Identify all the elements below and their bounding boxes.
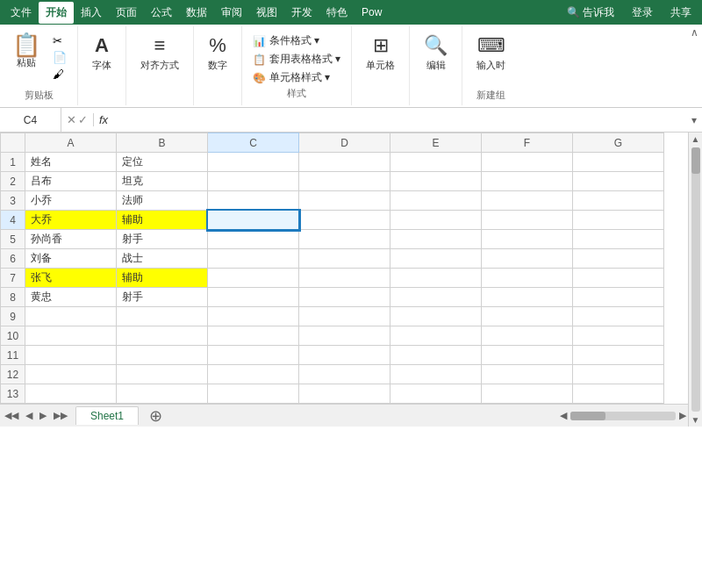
alignment-button[interactable]: ≡ 对齐方式	[133, 30, 186, 75]
row-header-10[interactable]: 10	[1, 326, 25, 346]
row-header-2[interactable]: 2	[1, 172, 25, 191]
formula-input[interactable]	[113, 114, 686, 126]
row-header-9[interactable]: 9	[1, 307, 25, 326]
cell[interactable]	[208, 346, 299, 365]
scroll-down-btn[interactable]: ▼	[690, 413, 702, 427]
cell[interactable]	[390, 307, 482, 326]
copy-button[interactable]: 📄	[49, 50, 70, 65]
cell[interactable]	[299, 384, 390, 404]
add-sheet-button[interactable]: ⊕	[140, 405, 171, 427]
cancel-icon[interactable]: ✕	[67, 113, 76, 126]
cell[interactable]	[390, 326, 482, 346]
menu-formula[interactable]: 公式	[144, 2, 179, 24]
row-header-1[interactable]: 1	[1, 153, 25, 172]
sheet-tab-Sheet1[interactable]: Sheet1	[75, 406, 139, 425]
cell[interactable]	[573, 172, 664, 191]
cell[interactable]	[208, 172, 299, 191]
formula-bar-expand[interactable]: ▾	[686, 114, 702, 126]
menu-special[interactable]: 特色	[319, 2, 355, 24]
cell[interactable]: 小乔	[25, 191, 117, 211]
cell[interactable]: 姓名	[25, 153, 117, 172]
cell[interactable]	[299, 288, 390, 307]
cell[interactable]	[390, 384, 482, 404]
share-btn[interactable]: 共享	[663, 4, 698, 22]
cell[interactable]: 张飞	[25, 269, 117, 288]
paste-button[interactable]: 📋 粘贴	[7, 30, 46, 73]
cell[interactable]	[482, 191, 573, 211]
menu-file[interactable]: 文件	[4, 2, 39, 24]
row-header-13[interactable]: 13	[1, 384, 25, 404]
cell[interactable]: 辅助	[117, 211, 208, 230]
cell[interactable]	[573, 288, 664, 307]
conditional-format-button[interactable]: 📊条件格式 ▾	[249, 32, 344, 50]
cell[interactable]	[482, 269, 573, 288]
cell[interactable]	[573, 191, 664, 211]
input-button[interactable]: ⌨ 输入时	[469, 30, 512, 75]
edit-button[interactable]: 🔍 编辑	[417, 30, 455, 75]
tab-nav-next[interactable]: ▶	[37, 409, 49, 422]
cell[interactable]: 战士	[117, 249, 208, 269]
cell[interactable]	[299, 172, 390, 191]
cell[interactable]	[390, 153, 482, 172]
cell[interactable]: 孙尚香	[25, 230, 117, 249]
cell[interactable]	[482, 249, 573, 269]
cell[interactable]	[208, 230, 299, 249]
cell[interactable]: 辅助	[117, 269, 208, 288]
menu-review[interactable]: 审阅	[214, 2, 249, 24]
cell[interactable]: 坦克	[117, 172, 208, 191]
cut-button[interactable]: ✂	[49, 33, 70, 48]
number-button[interactable]: % 数字	[201, 30, 234, 75]
row-header-7[interactable]: 7	[1, 269, 25, 288]
cell[interactable]	[299, 307, 390, 326]
cell[interactable]	[299, 211, 390, 230]
cell[interactable]	[573, 307, 664, 326]
cell[interactable]	[573, 249, 664, 269]
cell[interactable]	[208, 191, 299, 211]
cell[interactable]	[573, 384, 664, 404]
cell[interactable]	[208, 249, 299, 269]
cell[interactable]	[482, 288, 573, 307]
cell[interactable]	[573, 269, 664, 288]
cell[interactable]: 黄忠	[25, 288, 117, 307]
cell[interactable]: 法师	[117, 191, 208, 211]
menu-insert[interactable]: 插入	[74, 2, 109, 24]
cell[interactable]	[299, 249, 390, 269]
table-format-button[interactable]: 📋套用表格格式 ▾	[249, 50, 344, 68]
scroll-up-btn[interactable]: ▲	[690, 133, 702, 146]
cell[interactable]	[25, 346, 117, 365]
col-header-F[interactable]: F	[482, 133, 573, 153]
row-header-3[interactable]: 3	[1, 191, 25, 211]
cell[interactable]	[299, 230, 390, 249]
menu-home[interactable]: 开始	[39, 2, 74, 24]
cell[interactable]	[482, 326, 573, 346]
cell[interactable]	[208, 307, 299, 326]
v-scrollbar-track[interactable]	[691, 147, 700, 412]
cell[interactable]	[117, 365, 208, 384]
format-painter-button[interactable]: 🖌	[49, 67, 70, 82]
scroll-left-btn[interactable]: ◀	[560, 410, 567, 421]
col-header-B[interactable]: B	[117, 133, 208, 153]
cell[interactable]	[573, 211, 664, 230]
cell[interactable]	[573, 153, 664, 172]
cell[interactable]	[299, 365, 390, 384]
cell[interactable]	[573, 230, 664, 249]
scroll-right-btn[interactable]: ▶	[679, 410, 686, 421]
cell[interactable]	[390, 249, 482, 269]
cell-style-button[interactable]: 🎨单元格样式 ▾	[249, 68, 344, 87]
col-header-G[interactable]: G	[573, 133, 664, 153]
cell[interactable]	[390, 365, 482, 384]
cell[interactable]	[25, 326, 117, 346]
sheet-scroll-area[interactable]: A B C D E F G 1姓名定位2吕布坦克3小乔法师4大乔辅助5孙尚香射手…	[0, 133, 688, 404]
confirm-icon[interactable]: ✓	[78, 113, 88, 126]
cell[interactable]	[208, 326, 299, 346]
cell[interactable]	[390, 346, 482, 365]
cell[interactable]	[482, 346, 573, 365]
cell[interactable]	[390, 269, 482, 288]
menu-page[interactable]: 页面	[109, 2, 144, 24]
col-header-C[interactable]: C	[208, 133, 299, 153]
cell[interactable]	[482, 365, 573, 384]
search-hint[interactable]: 🔍 告诉我	[560, 4, 621, 22]
cell[interactable]	[299, 326, 390, 346]
cell[interactable]	[299, 191, 390, 211]
menu-view[interactable]: 视图	[249, 2, 284, 24]
